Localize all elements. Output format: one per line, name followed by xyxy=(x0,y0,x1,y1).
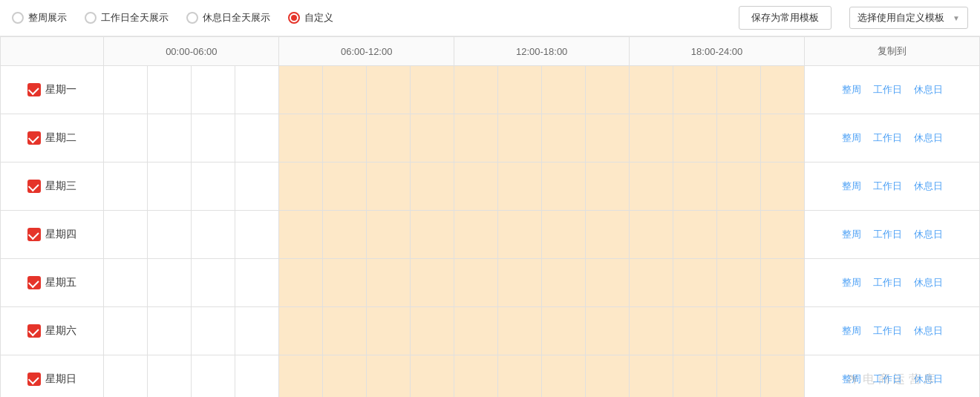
slot-sat-t4-s2[interactable] xyxy=(673,307,717,355)
slot-sun-t1-s2[interactable] xyxy=(148,355,192,398)
slot-thu-t3-s1[interactable] xyxy=(454,211,498,259)
slot-thu-t2-s1[interactable] xyxy=(279,211,323,259)
slot-tue-t3-s3[interactable] xyxy=(542,114,586,163)
day-checkbox-fri[interactable] xyxy=(27,276,41,289)
copy-holiday-link-fri[interactable]: 休息日 xyxy=(914,276,943,289)
day-checkbox-wed[interactable] xyxy=(27,180,41,193)
slot-thu-t3-s2[interactable] xyxy=(498,211,542,259)
slot-wed-t3-s1[interactable] xyxy=(454,163,498,211)
day-checkbox-thu[interactable] xyxy=(27,228,41,241)
slot-thu-t2-s3[interactable] xyxy=(367,211,411,259)
slot-mon-t3-s1[interactable] xyxy=(454,66,498,114)
slot-fri-t2-s4[interactable] xyxy=(411,259,454,307)
slot-sun-t1-s3[interactable] xyxy=(192,355,235,398)
copy-holiday-link-thu[interactable]: 休息日 xyxy=(914,228,943,241)
slot-sun-t3-s2[interactable] xyxy=(498,355,542,398)
slot-mon-t3-s4[interactable] xyxy=(586,66,630,114)
slot-mon-t1-s3[interactable] xyxy=(192,66,235,114)
slot-sat-t2-s1[interactable] xyxy=(279,307,323,355)
slot-tue-t2-s4[interactable] xyxy=(411,114,454,163)
slot-thu-t3-s3[interactable] xyxy=(542,211,586,259)
slot-tue-t2-s2[interactable] xyxy=(323,114,367,163)
slot-sun-t2-s4[interactable] xyxy=(411,355,454,398)
slot-sun-t4-s4[interactable] xyxy=(761,355,805,398)
radio-option-holiday-full[interactable]: 休息日全天展示 xyxy=(186,11,270,24)
slot-sat-t4-s4[interactable] xyxy=(761,307,805,355)
copy-whole-link-thu[interactable]: 整周 xyxy=(842,228,861,241)
slot-sun-t4-s3[interactable] xyxy=(717,355,761,398)
copy-holiday-link-tue[interactable]: 休息日 xyxy=(914,131,943,145)
slot-sat-t2-s3[interactable] xyxy=(367,307,411,355)
slot-tue-t3-s4[interactable] xyxy=(586,114,630,163)
slot-wed-t2-s1[interactable] xyxy=(279,163,323,211)
slot-sun-t4-s2[interactable] xyxy=(673,355,717,398)
template-select-dropdown[interactable]: 选择使用自定义模板 ▼ xyxy=(849,7,968,29)
copy-whole-link-wed[interactable]: 整周 xyxy=(842,180,861,193)
copy-whole-link-fri[interactable]: 整周 xyxy=(842,276,861,289)
slot-fri-t4-s1[interactable] xyxy=(630,259,673,307)
slot-sat-t1-s3[interactable] xyxy=(192,307,235,355)
slot-wed-t4-s3[interactable] xyxy=(717,163,761,211)
copy-holiday-link-mon[interactable]: 休息日 xyxy=(914,83,943,96)
slot-sun-t2-s1[interactable] xyxy=(279,355,323,398)
slot-fri-t3-s3[interactable] xyxy=(542,259,586,307)
slot-sun-t3-s4[interactable] xyxy=(586,355,630,398)
slot-fri-t1-s3[interactable] xyxy=(192,259,235,307)
slot-fri-t2-s2[interactable] xyxy=(323,259,367,307)
slot-tue-t2-s3[interactable] xyxy=(367,114,411,163)
slot-sun-t1-s4[interactable] xyxy=(235,355,279,398)
slot-fri-t1-s4[interactable] xyxy=(235,259,279,307)
slot-sat-t4-s3[interactable] xyxy=(717,307,761,355)
slot-tue-t1-s4[interactable] xyxy=(235,114,279,163)
slot-sat-t2-s2[interactable] xyxy=(323,307,367,355)
slot-fri-t3-s2[interactable] xyxy=(498,259,542,307)
slot-thu-t4-s2[interactable] xyxy=(673,211,717,259)
slot-tue-t1-s1[interactable] xyxy=(104,114,148,163)
slot-mon-t4-s2[interactable] xyxy=(673,66,717,114)
slot-sun-t4-s1[interactable] xyxy=(630,355,673,398)
slot-thu-t3-s4[interactable] xyxy=(586,211,630,259)
slot-sun-t3-s3[interactable] xyxy=(542,355,586,398)
slot-wed-t4-s2[interactable] xyxy=(673,163,717,211)
save-template-button[interactable]: 保存为常用模板 xyxy=(739,6,832,30)
slot-fri-t4-s3[interactable] xyxy=(717,259,761,307)
slot-thu-t4-s4[interactable] xyxy=(761,211,805,259)
slot-thu-t4-s3[interactable] xyxy=(717,211,761,259)
slot-mon-t2-s2[interactable] xyxy=(323,66,367,114)
copy-holiday-link-sat[interactable]: 休息日 xyxy=(914,324,943,338)
slot-fri-t2-s3[interactable] xyxy=(367,259,411,307)
day-checkbox-mon[interactable] xyxy=(27,83,41,96)
slot-thu-t4-s1[interactable] xyxy=(630,211,673,259)
radio-option-workday-full[interactable]: 工作日全天展示 xyxy=(85,11,169,24)
slot-wed-t4-s1[interactable] xyxy=(630,163,673,211)
slot-thu-t2-s2[interactable] xyxy=(323,211,367,259)
copy-whole-link-sat[interactable]: 整周 xyxy=(842,324,861,338)
slot-wed-t4-s4[interactable] xyxy=(761,163,805,211)
copy-whole-link-mon[interactable]: 整周 xyxy=(842,83,861,96)
slot-fri-t4-s4[interactable] xyxy=(761,259,805,307)
slot-thu-t1-s2[interactable] xyxy=(148,211,192,259)
slot-wed-t1-s2[interactable] xyxy=(148,163,192,211)
copy-whole-link-tue[interactable]: 整周 xyxy=(842,131,861,145)
slot-sat-t3-s4[interactable] xyxy=(586,307,630,355)
copy-whole-link-sun[interactable]: 整周 xyxy=(842,373,861,386)
slot-sat-t3-s2[interactable] xyxy=(498,307,542,355)
slot-mon-t2-s4[interactable] xyxy=(411,66,454,114)
slot-wed-t3-s2[interactable] xyxy=(498,163,542,211)
slot-tue-t2-s1[interactable] xyxy=(279,114,323,163)
slot-tue-t3-s2[interactable] xyxy=(498,114,542,163)
slot-thu-t2-s4[interactable] xyxy=(411,211,454,259)
slot-tue-t3-s1[interactable] xyxy=(454,114,498,163)
slot-mon-t4-s1[interactable] xyxy=(630,66,673,114)
slot-fri-t2-s1[interactable] xyxy=(279,259,323,307)
slot-sun-t2-s3[interactable] xyxy=(367,355,411,398)
slot-sun-t1-s1[interactable] xyxy=(104,355,148,398)
slot-wed-t3-s3[interactable] xyxy=(542,163,586,211)
slot-mon-t2-s3[interactable] xyxy=(367,66,411,114)
slot-sat-t3-s3[interactable] xyxy=(542,307,586,355)
radio-option-custom[interactable]: 自定义 xyxy=(288,11,333,24)
slot-mon-t3-s3[interactable] xyxy=(542,66,586,114)
slot-mon-t4-s4[interactable] xyxy=(761,66,805,114)
slot-mon-t3-s2[interactable] xyxy=(498,66,542,114)
slot-fri-t1-s1[interactable] xyxy=(104,259,148,307)
